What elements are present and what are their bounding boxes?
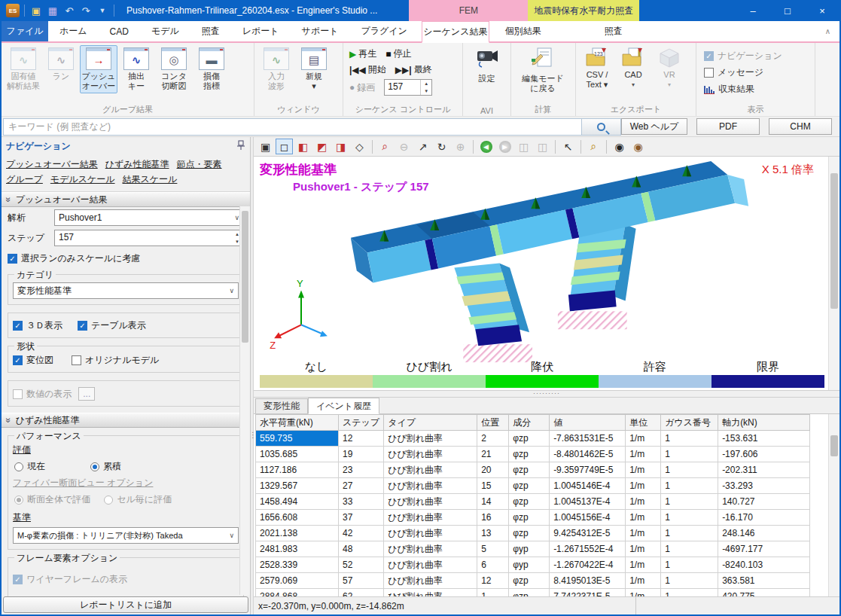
export-csv-button[interactable]: 123 CSV /Text ▾: [579, 45, 615, 90]
table-cell[interactable]: -202.311: [718, 462, 810, 478]
table-cell[interactable]: ひび割れ曲率: [384, 526, 477, 541]
table-cell[interactable]: ひび割れ曲率: [384, 510, 477, 526]
table-cell[interactable]: 1329.567: [256, 478, 339, 494]
table-cell[interactable]: 48: [339, 541, 384, 557]
table-cell[interactable]: -16.170: [718, 510, 810, 526]
viewport-3d[interactable]: Y Z 変形性能基準 Pushover1 - ステップ 157 X 5.1 倍率…: [254, 157, 839, 391]
table-cell[interactable]: 1/m: [626, 462, 661, 478]
nav-link[interactable]: グループ: [6, 174, 43, 184]
view-front-icon[interactable]: ◧: [294, 139, 312, 154]
navigation-checkbox[interactable]: ✓: [704, 51, 714, 61]
table-cell[interactable]: 27: [339, 478, 384, 494]
table-cell[interactable]: 1035.685: [256, 447, 339, 462]
damage-index-button[interactable]: ▬損傷指標: [193, 45, 230, 93]
table-column-header[interactable]: ステップ: [339, 415, 384, 431]
table-cell[interactable]: 21: [477, 447, 509, 462]
extract-key-button[interactable]: ∿抽出キー: [117, 45, 155, 93]
fit-view-icon[interactable]: ▣: [257, 139, 274, 154]
table-cell[interactable]: ひび割れ曲率: [384, 431, 477, 447]
scale-checkbox[interactable]: ✓: [8, 254, 17, 264]
table-cell[interactable]: 5: [477, 541, 509, 557]
tab-event-history[interactable]: イベント履歴: [308, 398, 379, 414]
table-column-header[interactable]: 軸力(kN): [718, 415, 810, 431]
spin-down-icon[interactable]: ▼: [421, 87, 431, 95]
table-cell[interactable]: 8.4195013E-5: [550, 573, 626, 589]
contour-cut-button[interactable]: ◎コンタ切断図: [155, 45, 193, 93]
table-row[interactable]: 1329.56727ひび割れ曲率15φzp1.0045146E-41/m1-33…: [256, 478, 810, 494]
menu-tab[interactable]: プラグイン: [349, 21, 418, 41]
table-cell[interactable]: 1.0045146E-4: [550, 478, 626, 494]
table-scrollbar[interactable]: [828, 414, 839, 596]
save-icon[interactable]: ▦: [46, 4, 59, 17]
search-button[interactable]: [582, 118, 621, 136]
table-column-header[interactable]: 値: [550, 415, 626, 431]
view-forward-icon[interactable]: ▶: [496, 139, 513, 154]
table-cell[interactable]: φzp: [509, 431, 550, 447]
close-button[interactable]: ×: [805, 0, 839, 21]
table-cell[interactable]: 1.0045137E-4: [550, 494, 626, 510]
go-start-button[interactable]: |◀◀開始: [349, 63, 386, 76]
open-file-icon[interactable]: ▣: [29, 4, 43, 17]
step-spinner-value[interactable]: 157: [385, 80, 420, 95]
scale-checkbox-row[interactable]: ✓ 選択ランのみスケールに考慮: [2, 248, 250, 267]
table-cell[interactable]: 7.7422371E-5: [550, 589, 626, 597]
table-cell[interactable]: 1: [661, 510, 718, 526]
table-cell[interactable]: 1: [661, 462, 718, 478]
table-cell[interactable]: 19: [339, 447, 384, 462]
view-back-icon[interactable]: ◀: [477, 139, 495, 154]
table-cell[interactable]: φyp: [509, 557, 550, 573]
menu-tab[interactable]: ホーム: [48, 21, 99, 41]
app-icon[interactable]: ES: [6, 4, 20, 17]
table-cell[interactable]: 1/m: [626, 431, 661, 447]
section-header-pushover[interactable]: » プッシュオーバー結果: [2, 192, 250, 207]
table-cell[interactable]: 1/m: [626, 447, 661, 462]
radio-cumulative[interactable]: [90, 462, 99, 471]
table-cell[interactable]: ひび割れ曲率: [384, 541, 477, 557]
table-row[interactable]: 2884.86862ひび割れ曲率1φzp7.7422371E-51/m1420.…: [256, 589, 810, 597]
table-cell[interactable]: 1: [661, 557, 718, 573]
ribbon-tab-sequence-results[interactable]: シーケンス結果: [422, 21, 489, 43]
step-spinner[interactable]: 157 ▲▼: [384, 79, 432, 96]
redo-icon[interactable]: ↷: [79, 4, 93, 17]
go-end-button[interactable]: ▶▶|最終: [395, 63, 432, 76]
displacement-checkbox[interactable]: ✓: [13, 355, 23, 365]
table-row[interactable]: 2528.33952ひび割れ曲率6φyp-1.2670422E-41/m1-82…: [256, 557, 810, 573]
table-cell[interactable]: 1/m: [626, 510, 661, 526]
panel-scrollbar[interactable]: [239, 206, 250, 595]
nav-link[interactable]: モデルスケール: [50, 174, 115, 184]
table-cell[interactable]: 2579.069: [256, 573, 339, 589]
table-cell[interactable]: -9.3597749E-5: [550, 462, 626, 478]
table-cell[interactable]: 12: [477, 573, 509, 589]
basis-link[interactable]: 基準: [13, 512, 31, 523]
table-cell[interactable]: ひび割れ曲率: [384, 589, 477, 597]
table-cell[interactable]: φzp: [509, 462, 550, 478]
table-row[interactable]: 2481.98348ひび割れ曲率5φyp-1.2671552E-41/m1-46…: [256, 541, 810, 557]
table-cell[interactable]: ひび割れ曲率: [384, 478, 477, 494]
table-cell[interactable]: 52: [339, 557, 384, 573]
basis-combo[interactable]: M-φ要素の損傷 : トリリニア(非対称) Takeda∨: [13, 527, 239, 544]
menu-tab[interactable]: モデル: [140, 21, 190, 41]
table-column-header[interactable]: タイプ: [384, 415, 477, 431]
evaluation-link[interactable]: 評価: [13, 444, 31, 455]
select-element-icon[interactable]: ↖: [559, 139, 577, 154]
table-cell[interactable]: φzp: [509, 510, 550, 526]
horizontal-splitter[interactable]: ·········: [254, 391, 839, 398]
context-tab-seismic[interactable]: 地震時保有水平耐力照査: [528, 0, 639, 21]
undo-icon[interactable]: ↶: [62, 4, 76, 17]
table-row[interactable]: 2579.06957ひび割れ曲率12φzp8.4195013E-51/m1363…: [256, 573, 810, 589]
table-cell[interactable]: 248.146: [718, 526, 810, 541]
table-cell[interactable]: -197.606: [718, 447, 810, 462]
table-cell[interactable]: 1: [477, 589, 509, 597]
table-cell[interactable]: 1: [661, 573, 718, 589]
context-tab-fem[interactable]: FEM: [409, 0, 528, 21]
table-cell[interactable]: 1/m: [626, 557, 661, 573]
view-top-icon[interactable]: ◩: [313, 139, 331, 154]
table-cell[interactable]: 140.727: [718, 494, 810, 510]
export-cad-button[interactable]: CAD▾: [615, 45, 651, 90]
chm-help-button[interactable]: CHM: [769, 118, 832, 135]
table-cell[interactable]: 1: [661, 431, 718, 447]
nav-link[interactable]: 節点・要素: [177, 159, 222, 169]
new-window-button[interactable]: ▤新規▾: [295, 45, 333, 93]
stop-button[interactable]: ■停止: [385, 47, 411, 60]
table-cell[interactable]: 9.4254312E-5: [550, 526, 626, 541]
